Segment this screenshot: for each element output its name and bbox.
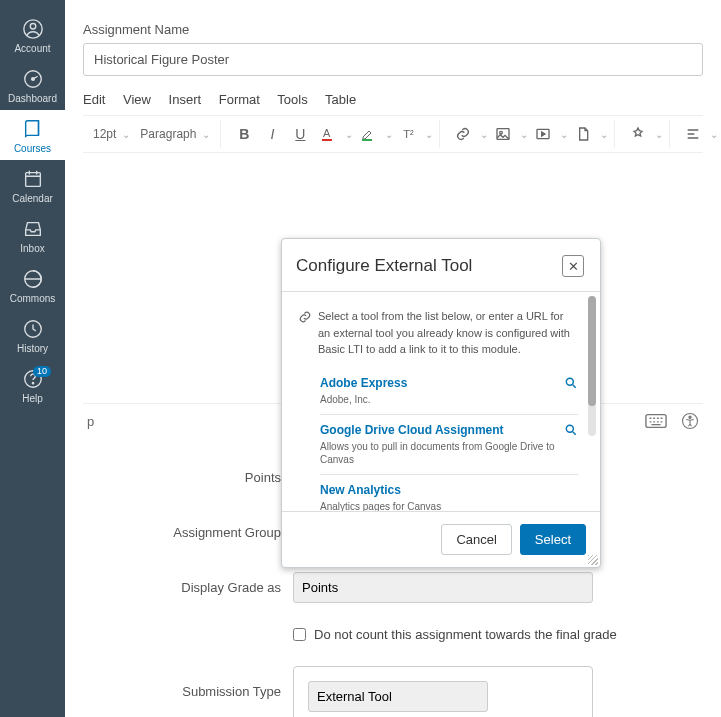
tool-item[interactable]: Google Drive Cloud Assignment Allows you… — [320, 415, 578, 475]
rte-menu-edit[interactable]: Edit — [83, 92, 105, 107]
rte-menu-format[interactable]: Format — [219, 92, 260, 107]
nav-label: Help — [22, 393, 43, 404]
points-label: Points — [83, 470, 293, 485]
chevron-down-icon[interactable]: ⌄ — [655, 129, 663, 140]
chevron-down-icon[interactable]: ⌄ — [710, 129, 718, 140]
svg-rect-4 — [25, 172, 40, 186]
tool-item[interactable]: Adobe Express Adobe, Inc. — [320, 368, 578, 415]
tool-name: New Analytics — [320, 483, 578, 497]
svg-rect-10 — [322, 139, 332, 141]
gauge-icon — [21, 67, 45, 91]
submission-type-box: External Tool — [293, 666, 593, 717]
svg-point-17 — [689, 416, 691, 418]
align-button[interactable] — [680, 121, 706, 147]
chevron-down-icon[interactable]: ⌄ — [425, 129, 433, 140]
tool-item[interactable]: New Analytics Analytics pages for Canvas — [320, 475, 578, 512]
nav-label: Commons — [10, 293, 56, 304]
nav-help[interactable]: 10 Help — [0, 360, 65, 410]
rte-font-size-dropdown[interactable]: 12pt⌄ — [89, 127, 134, 141]
rte-path: p — [87, 414, 94, 429]
submission-type-select[interactable]: External Tool — [308, 681, 488, 712]
search-icon[interactable] — [564, 376, 578, 390]
chevron-down-icon[interactable]: ⌄ — [600, 129, 608, 140]
svg-rect-15 — [646, 415, 666, 428]
help-badge: 10 — [33, 366, 51, 377]
rte-menu-tools[interactable]: Tools — [277, 92, 307, 107]
svg-rect-11 — [362, 139, 372, 141]
image-button[interactable] — [490, 121, 516, 147]
apps-button[interactable] — [625, 121, 651, 147]
chevron-down-icon: ⌄ — [122, 129, 130, 140]
nav-history[interactable]: History — [0, 310, 65, 360]
italic-button[interactable]: I — [259, 121, 285, 147]
display-grade-select[interactable]: Points — [293, 572, 593, 603]
svg-text:A: A — [323, 127, 331, 139]
tool-subtitle: Adobe, Inc. — [320, 393, 578, 406]
svg-point-3 — [31, 77, 34, 80]
assignment-name-input[interactable] — [83, 43, 703, 76]
nav-label: Inbox — [20, 243, 44, 254]
nav-dashboard[interactable]: Dashboard — [0, 60, 65, 110]
book-icon — [21, 117, 45, 141]
document-button[interactable] — [570, 121, 596, 147]
tool-name: Google Drive Cloud Assignment — [320, 423, 578, 437]
bold-button[interactable]: B — [231, 121, 257, 147]
rte-menu-table[interactable]: Table — [325, 92, 356, 107]
assignment-group-label: Assignment Group — [83, 525, 293, 540]
tool-list: Adobe Express Adobe, Inc. Google Drive C… — [320, 368, 578, 512]
no-count-label: Do not count this assignment towards the… — [314, 627, 617, 642]
chevron-down-icon[interactable]: ⌄ — [345, 129, 353, 140]
accessibility-icon[interactable] — [681, 412, 699, 430]
chevron-down-icon[interactable]: ⌄ — [385, 129, 393, 140]
media-button[interactable] — [530, 121, 556, 147]
inbox-icon — [21, 217, 45, 241]
modal-close-button[interactable]: ✕ — [562, 255, 584, 277]
resize-grip[interactable] — [588, 555, 598, 565]
scrollbar-thumb[interactable] — [588, 296, 596, 406]
clock-icon — [21, 317, 45, 341]
share-icon — [21, 267, 45, 291]
rte-menu-insert[interactable]: Insert — [169, 92, 202, 107]
nav-account[interactable]: Account — [0, 10, 65, 60]
chevron-down-icon: ⌄ — [202, 129, 210, 140]
underline-button[interactable]: U — [287, 121, 313, 147]
select-button[interactable]: Select — [520, 524, 586, 555]
no-count-checkbox[interactable] — [293, 628, 306, 641]
nav-label: Account — [14, 43, 50, 54]
nav-inbox[interactable]: Inbox — [0, 210, 65, 260]
rte-block-dropdown[interactable]: Paragraph⌄ — [136, 127, 214, 141]
tool-subtitle: Allows you to pull in documents from Goo… — [320, 440, 578, 466]
search-icon[interactable] — [564, 423, 578, 437]
nav-courses[interactable]: Courses — [0, 110, 65, 160]
rte-toolbar: 12pt⌄ Paragraph⌄ B I U A ⌄ ⌄ T² ⌄ ⌄ — [83, 115, 703, 153]
user-circle-icon — [21, 17, 45, 41]
svg-point-1 — [30, 23, 36, 29]
tool-name: Adobe Express — [320, 376, 578, 390]
svg-point-18 — [566, 378, 573, 385]
keyboard-icon[interactable] — [645, 413, 667, 429]
modal-description: Select a tool from the list below, or en… — [318, 308, 578, 358]
text-color-button[interactable]: A — [315, 121, 341, 147]
nav-commons[interactable]: Commons — [0, 260, 65, 310]
rte-menu-view[interactable]: View — [123, 92, 151, 107]
configure-external-tool-modal: Configure External Tool ✕ Select a tool … — [281, 238, 601, 568]
global-nav: Account Dashboard Courses Calendar Inbox… — [0, 0, 65, 717]
nav-calendar[interactable]: Calendar — [0, 160, 65, 210]
chevron-down-icon[interactable]: ⌄ — [520, 129, 528, 140]
svg-point-19 — [566, 425, 573, 432]
nav-label: Courses — [14, 143, 51, 154]
link-icon — [298, 310, 312, 358]
svg-point-13 — [500, 131, 503, 134]
superscript-button[interactable]: T² — [395, 121, 421, 147]
svg-point-8 — [32, 382, 33, 383]
nav-label: History — [17, 343, 48, 354]
highlight-button[interactable] — [355, 121, 381, 147]
assignment-name-label: Assignment Name — [83, 22, 703, 37]
chevron-down-icon[interactable]: ⌄ — [560, 129, 568, 140]
modal-title: Configure External Tool — [296, 256, 472, 276]
link-button[interactable] — [450, 121, 476, 147]
chevron-down-icon[interactable]: ⌄ — [480, 129, 488, 140]
cancel-button[interactable]: Cancel — [441, 524, 511, 555]
tool-subtitle: Analytics pages for Canvas — [320, 500, 578, 512]
nav-label: Dashboard — [8, 93, 57, 104]
